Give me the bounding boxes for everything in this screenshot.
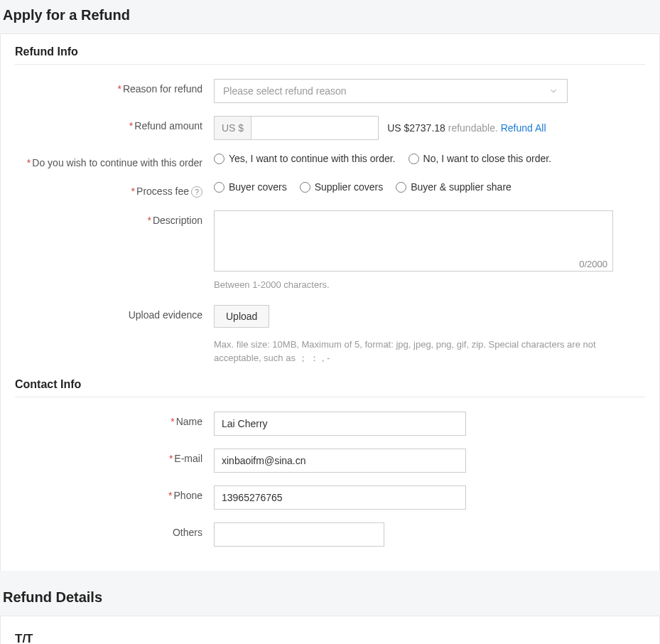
label-process-fee: *Process fee? bbox=[15, 181, 214, 198]
chevron-down-icon bbox=[548, 86, 558, 96]
radio-fee-supplier[interactable]: Supplier covers bbox=[300, 181, 384, 193]
label-upload: Upload evidence bbox=[15, 305, 214, 321]
phone-input[interactable] bbox=[214, 485, 466, 510]
label-others: Others bbox=[15, 522, 214, 538]
refund-amount-input[interactable] bbox=[251, 116, 379, 140]
label-name: *Name bbox=[15, 412, 214, 427]
section-contact-info: Contact Info bbox=[15, 378, 645, 397]
description-textarea[interactable] bbox=[214, 210, 613, 272]
radio-continue-no[interactable]: No, I want to close this order. bbox=[409, 153, 552, 164]
label-amount: *Refund amount bbox=[15, 116, 214, 132]
others-input[interactable] bbox=[214, 522, 384, 547]
reason-select-placeholder: Please select refund reason bbox=[223, 85, 347, 97]
section-refund-info: Refund Info bbox=[15, 45, 645, 65]
refund-details-panel: T/T Process fee: US $30 (To be negotiate… bbox=[0, 616, 660, 644]
currency-prefix: US $ bbox=[214, 116, 251, 140]
upload-button[interactable]: Upload bbox=[214, 305, 269, 328]
name-input[interactable] bbox=[214, 412, 466, 436]
label-email: *E-mail bbox=[15, 449, 214, 464]
section-refund-details: Refund Details bbox=[0, 585, 660, 616]
reason-select[interactable]: Please select refund reason bbox=[214, 79, 568, 103]
page-title: Apply for a Refund bbox=[0, 0, 660, 33]
label-description: *Description bbox=[15, 210, 214, 226]
label-continue-order: *Do you wish to continue with this order bbox=[15, 153, 214, 168]
email-input[interactable] bbox=[214, 449, 466, 473]
label-phone: *Phone bbox=[15, 485, 214, 501]
refund-method: T/T bbox=[15, 632, 645, 644]
upload-hint: Max. file size: 10MB, Maximum of 5, form… bbox=[214, 338, 612, 365]
radio-fee-buyer[interactable]: Buyer covers bbox=[214, 181, 287, 193]
refund-form-panel: Refund Info *Reason for refund Please se… bbox=[0, 33, 660, 571]
label-reason: *Reason for refund bbox=[15, 79, 214, 95]
description-hint: Between 1-2000 characters. bbox=[214, 278, 612, 292]
radio-fee-share[interactable]: Buyer & supplier share bbox=[396, 181, 512, 193]
refund-all-link[interactable]: Refund All bbox=[501, 122, 546, 134]
radio-continue-yes[interactable]: Yes, I want to continue with this order. bbox=[214, 153, 396, 164]
help-icon[interactable]: ? bbox=[191, 186, 202, 198]
refundable-text: US $2737.18 refundable. Refund All bbox=[387, 122, 546, 134]
